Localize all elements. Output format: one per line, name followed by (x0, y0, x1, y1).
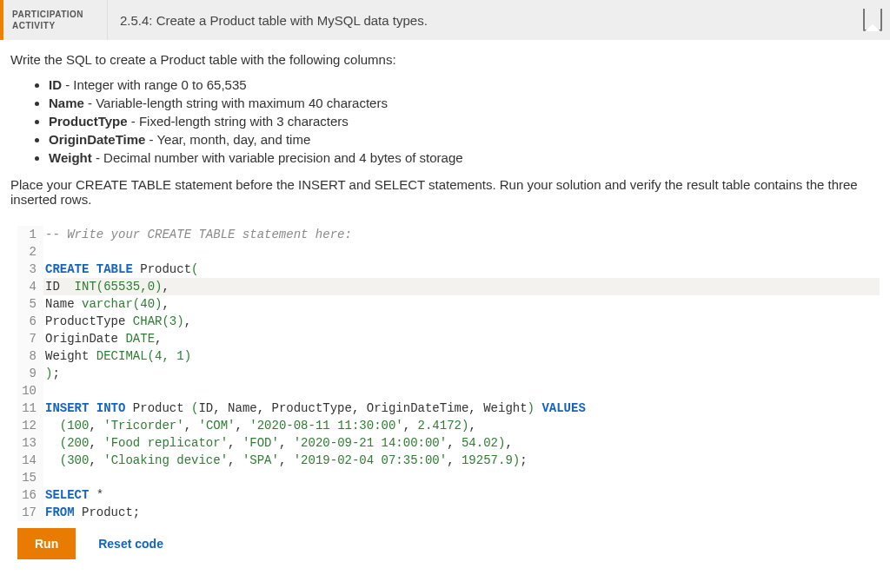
code-content[interactable]: OriginDate DATE, (43, 330, 880, 347)
code-line[interactable]: 7OriginDate DATE, (17, 330, 880, 347)
code-line[interactable]: 8Weight DECIMAL(4, 1) (17, 347, 880, 365)
code-editor[interactable]: 1-- Write your CREATE TABLE statement he… (17, 226, 880, 521)
line-number: 17 (17, 504, 43, 521)
code-line[interactable]: 2 (17, 243, 880, 261)
activity-prompt: Write the SQL to create a Product table … (0, 40, 890, 222)
code-line[interactable]: 17FROM Product; (17, 504, 880, 521)
badge-line-2: ACTIVITY (12, 20, 98, 31)
line-number: 1 (17, 226, 43, 243)
code-content[interactable]: -- Write your CREATE TABLE statement her… (43, 226, 880, 243)
code-content[interactable]: Name varchar(40), (43, 295, 880, 313)
code-line[interactable]: 14 (300, 'Cloaking device', 'SPA', '2019… (17, 452, 880, 469)
line-number: 10 (17, 382, 43, 400)
line-number: 7 (17, 330, 43, 347)
code-content[interactable]: FROM Product; (43, 504, 880, 521)
requirements-list: ID - Integer with range 0 to 65,535Name … (10, 77, 880, 165)
line-number: 9 (17, 365, 43, 382)
line-number: 13 (17, 434, 43, 452)
code-content[interactable]: (200, 'Food replicator', 'FOD', '2020-09… (43, 434, 880, 452)
line-number: 14 (17, 452, 43, 469)
code-content[interactable] (43, 469, 880, 486)
code-line[interactable]: 4ID INT(65535,0), (17, 278, 880, 295)
bookmark-icon[interactable] (855, 0, 890, 40)
code-content[interactable]: ); (43, 365, 880, 382)
activity-title: 2.5.4: Create a Product table with MySQL… (108, 0, 855, 40)
line-number: 4 (17, 278, 43, 295)
activity-header: PARTICIPATION ACTIVITY 2.5.4: Create a P… (0, 0, 890, 40)
list-item: Name - Variable-length string with maxim… (49, 96, 880, 110)
code-line[interactable]: 10 (17, 382, 880, 400)
code-line[interactable]: 11INSERT INTO Product (ID, Name, Product… (17, 400, 880, 417)
code-content[interactable]: CREATE TABLE Product( (43, 261, 880, 278)
code-content[interactable]: Weight DECIMAL(4, 1) (43, 347, 880, 365)
prompt-trail: Place your CREATE TABLE statement before… (10, 177, 880, 207)
code-line[interactable]: 13 (200, 'Food replicator', 'FOD', '2020… (17, 434, 880, 452)
list-item: OriginDateTime - Year, month, day, and t… (49, 132, 880, 147)
line-number: 16 (17, 486, 43, 504)
line-number: 15 (17, 469, 43, 486)
code-line[interactable]: 15 (17, 469, 880, 486)
line-number: 6 (17, 313, 43, 330)
code-content[interactable]: (100, 'Tricorder', 'COM', '2020-08-11 11… (43, 417, 880, 434)
code-line[interactable]: 9); (17, 365, 880, 382)
button-row: Run Reset code (0, 521, 890, 566)
list-item: ProductType - Fixed-length string with 3… (49, 114, 880, 129)
list-item: Weight - Decimal number with variable pr… (49, 150, 880, 165)
run-button[interactable]: Run (17, 528, 76, 559)
prompt-intro: Write the SQL to create a Product table … (10, 52, 880, 67)
code-line[interactable]: 16SELECT * (17, 486, 880, 504)
badge-line-1: PARTICIPATION (12, 9, 98, 20)
code-line[interactable]: 6ProductType CHAR(3), (17, 313, 880, 330)
code-content[interactable]: (300, 'Cloaking device', 'SPA', '2019-02… (43, 452, 880, 469)
line-number: 12 (17, 417, 43, 434)
code-content[interactable] (43, 243, 880, 261)
activity-badge: PARTICIPATION ACTIVITY (3, 0, 108, 40)
code-line[interactable]: 5Name varchar(40), (17, 295, 880, 313)
code-content[interactable] (43, 382, 880, 400)
line-number: 5 (17, 295, 43, 313)
line-number: 11 (17, 400, 43, 417)
line-number: 3 (17, 261, 43, 278)
line-number: 8 (17, 347, 43, 365)
line-number: 2 (17, 243, 43, 261)
code-content[interactable]: INSERT INTO Product (ID, Name, ProductTy… (43, 400, 880, 417)
code-content[interactable]: ID INT(65535,0), (43, 278, 880, 295)
code-line[interactable]: 3CREATE TABLE Product( (17, 261, 880, 278)
reset-code-link[interactable]: Reset code (98, 537, 163, 551)
code-content[interactable]: SELECT * (43, 486, 880, 504)
code-line[interactable]: 1-- Write your CREATE TABLE statement he… (17, 226, 880, 243)
code-line[interactable]: 12 (100, 'Tricorder', 'COM', '2020-08-11… (17, 417, 880, 434)
list-item: ID - Integer with range 0 to 65,535 (49, 77, 880, 92)
code-content[interactable]: ProductType CHAR(3), (43, 313, 880, 330)
